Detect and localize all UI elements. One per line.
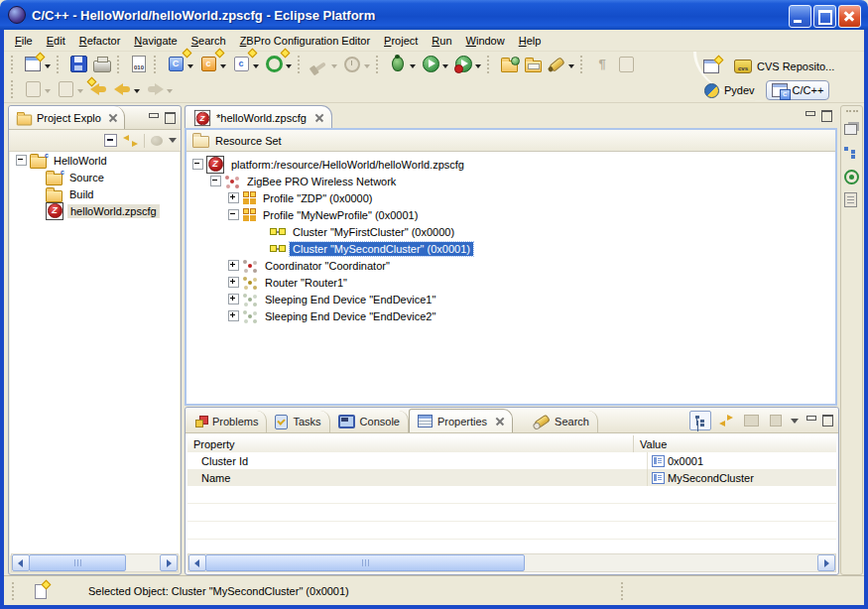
editor-tab-helloworld-zpscfg[interactable]: Z *helloWorld.zpscfg <box>185 105 332 129</box>
tree-item-zpscfg-file[interactable]: Z helloWorld.zpscfg <box>10 202 180 219</box>
collapse-all-button[interactable] <box>104 134 117 147</box>
menu-window[interactable]: Window <box>459 32 512 50</box>
tree-item-platform-resource[interactable]: Z platform:/resource/HelloWorld/helloWor… <box>186 156 835 173</box>
tab-console[interactable]: Console <box>330 411 409 432</box>
open-resource-button[interactable] <box>522 54 544 75</box>
run-dropdown[interactable] <box>442 64 448 71</box>
expander-icon[interactable] <box>192 159 203 170</box>
outline-view-button[interactable] <box>844 147 859 162</box>
tree-item-cluster-myfirstcluster[interactable]: Cluster "MyFirstCluster" (0x0000) <box>186 223 835 240</box>
tab-search[interactable]: Search <box>527 411 598 432</box>
run-external-button[interactable] <box>452 54 474 75</box>
perspective-pydev-button[interactable]: Pydev <box>699 81 760 100</box>
tab-properties[interactable]: Properties <box>409 409 513 432</box>
back-button[interactable] <box>111 78 133 100</box>
explorer-horizontal-scrollbar[interactable] <box>11 553 179 572</box>
sort-properties-button[interactable] <box>716 412 736 429</box>
view-maximize-icon[interactable] <box>822 415 833 426</box>
binary-view-button[interactable]: 010 <box>128 54 150 75</box>
tree-item-enddevice1[interactable]: Sleeping End Device "EndDevice1" <box>186 291 835 307</box>
search-dropdown[interactable] <box>568 64 574 71</box>
view-menu-chevron[interactable] <box>169 138 177 147</box>
editor-minimize-icon[interactable] <box>806 110 814 119</box>
last-edit-location-button[interactable] <box>87 78 109 100</box>
column-property[interactable]: Property <box>187 435 634 452</box>
toolbar-drag-handle[interactable] <box>11 56 16 73</box>
property-row-name[interactable]: Name MySecondCluster <box>187 469 836 486</box>
expander-icon[interactable] <box>228 294 239 304</box>
toolbar-drag-handle[interactable] <box>57 56 62 73</box>
scroll-thumb[interactable] <box>29 554 126 571</box>
expander-icon[interactable] <box>228 277 239 288</box>
scroll-left-button[interactable] <box>188 554 206 571</box>
perspective-cpp-button[interactable]: C C/C++ <box>766 80 830 100</box>
tree-item-coordinator[interactable]: Coordinator "Coordinator" <box>186 257 835 274</box>
tab-tasks[interactable]: Tasks <box>267 411 329 432</box>
restore-view-button[interactable] <box>844 124 859 139</box>
new-wizard-button[interactable] <box>22 54 44 75</box>
expander-icon[interactable] <box>228 209 239 220</box>
view-menu-chevron[interactable] <box>791 419 799 427</box>
close-icon[interactable] <box>108 113 117 122</box>
tree-item-build[interactable]: Build <box>10 185 180 202</box>
new-c-folder-button[interactable]: c <box>197 54 219 75</box>
editor-maximize-icon[interactable] <box>821 110 832 122</box>
view-minimize-icon[interactable] <box>806 415 815 424</box>
scroll-thumb[interactable] <box>205 554 525 571</box>
title-bar[interactable]: C/C++ - HelloWorld/helloWorld.zpscfg - E… <box>0 0 868 30</box>
menu-zbpro-config-editor[interactable]: ZBPro Configuration Editor <box>233 32 377 50</box>
view-maximize-icon[interactable] <box>165 112 176 124</box>
tree-mode-toggle-button[interactable] <box>689 411 711 430</box>
menu-project[interactable]: Project <box>377 32 425 50</box>
save-button[interactable] <box>67 54 89 75</box>
menu-navigate[interactable]: Navigate <box>127 32 184 50</box>
fast-view-drag-handle[interactable] <box>846 110 858 116</box>
expander-icon[interactable] <box>16 155 27 166</box>
maximize-button[interactable] <box>813 5 836 28</box>
view-minimize-icon[interactable] <box>149 112 158 121</box>
close-icon[interactable] <box>314 113 323 122</box>
menu-help[interactable]: Help <box>512 32 549 50</box>
close-icon[interactable] <box>495 417 504 426</box>
close-button[interactable] <box>838 5 861 28</box>
new-class-button[interactable]: c <box>230 54 252 75</box>
debug-button[interactable] <box>387 54 409 75</box>
menu-search[interactable]: Search <box>185 32 233 50</box>
documents-view-button[interactable] <box>844 192 859 207</box>
new-wizard-dropdown[interactable] <box>45 64 51 71</box>
open-type-button[interactable] <box>498 54 520 75</box>
properties-horizontal-scrollbar[interactable] <box>187 553 836 572</box>
tree-item-enddevice2[interactable]: Sleeping End Device "EndDevice2" <box>186 307 835 324</box>
tree-item-source[interactable]: c Source <box>10 169 180 185</box>
menu-run[interactable]: Run <box>425 32 458 50</box>
new-c-file-dropdown[interactable] <box>187 64 193 71</box>
new-c-file-button[interactable]: C <box>165 54 186 75</box>
perspective-cvs-button[interactable]: cvs CVS Reposito... <box>729 58 839 75</box>
run-button[interactable] <box>420 54 441 75</box>
expander-icon[interactable] <box>228 192 239 203</box>
tree-item-zigbee-network[interactable]: ZigBee PRO Wireless Network <box>186 173 835 189</box>
search-toolbar-button[interactable] <box>546 54 567 75</box>
tree-item-router[interactable]: Router "Router1" <box>186 274 835 291</box>
new-make-target-dropdown[interactable] <box>286 64 292 71</box>
expander-icon[interactable] <box>210 176 221 186</box>
new-c-folder-dropdown[interactable] <box>220 64 226 71</box>
run-external-dropdown[interactable] <box>475 64 481 71</box>
fast-view-icon[interactable] <box>35 584 47 599</box>
expander-icon[interactable] <box>228 260 239 271</box>
make-targets-view-button[interactable] <box>844 170 859 184</box>
menu-edit[interactable]: Edit <box>40 32 72 50</box>
column-value[interactable]: Value <box>634 435 836 452</box>
project-explorer-tab[interactable]: Project Explo <box>9 106 125 129</box>
back-dropdown[interactable] <box>134 89 140 96</box>
minimize-button[interactable] <box>789 5 811 28</box>
new-class-dropdown[interactable] <box>253 64 259 71</box>
debug-dropdown[interactable] <box>410 64 416 71</box>
tree-item-profile-zdp[interactable]: Profile "ZDP" (0x0000) <box>186 189 835 206</box>
toolbar-drag-handle[interactable] <box>11 80 16 98</box>
tree-item-profile-mynewprofile[interactable]: Profile "MyNewProfile" (0x0001) <box>186 206 835 223</box>
tab-problems[interactable]: Problems <box>187 411 267 432</box>
tree-item-helloworld[interactable]: c HelloWorld <box>10 152 180 169</box>
menu-refactor[interactable]: Refactor <box>72 32 128 50</box>
scroll-left-button[interactable] <box>12 554 30 571</box>
